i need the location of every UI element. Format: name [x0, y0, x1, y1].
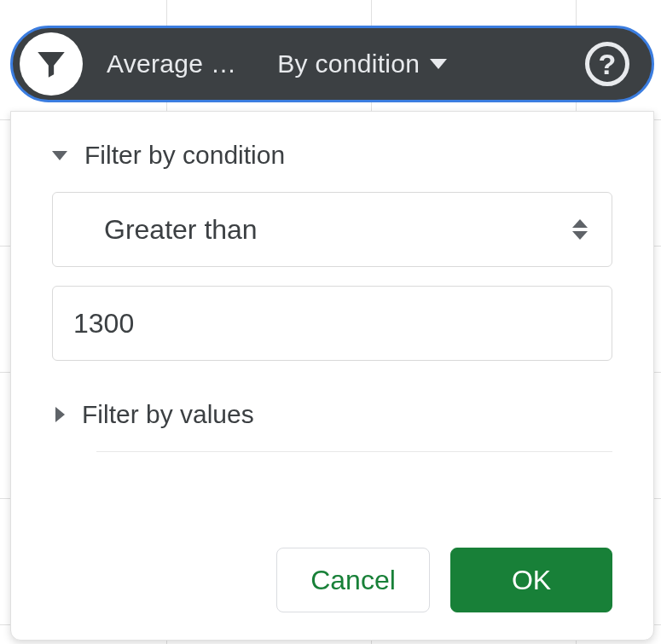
condition-operator-value: Greater than: [104, 214, 258, 246]
condition-value-input[interactable]: 1300: [52, 286, 612, 361]
filter-panel: Filter by condition Greater than 1300 Fi…: [10, 111, 654, 641]
condition-value-text: 1300: [73, 308, 134, 339]
slicer-chip[interactable]: Average … By condition ?: [10, 26, 654, 102]
filter-by-condition-label: Filter by condition: [84, 141, 285, 170]
condition-operator-select[interactable]: Greater than: [52, 192, 612, 267]
help-icon[interactable]: ?: [585, 42, 629, 86]
filter-by-condition-header[interactable]: Filter by condition: [52, 141, 612, 170]
ok-button-label: OK: [512, 565, 551, 596]
slicer-mode-dropdown[interactable]: By condition: [277, 49, 447, 78]
collapse-triangle-down-icon: [52, 151, 67, 160]
dialog-button-row: Cancel OK: [52, 548, 612, 614]
caret-down-icon: [430, 59, 447, 69]
filter-icon: [20, 32, 83, 96]
expand-triangle-right-icon: [55, 407, 65, 422]
cancel-button[interactable]: Cancel: [276, 548, 430, 612]
cancel-button-label: Cancel: [310, 565, 396, 596]
values-section-divider: [96, 451, 612, 452]
filter-by-values-label: Filter by values: [82, 400, 254, 429]
ok-button[interactable]: OK: [450, 548, 612, 612]
slicer-mode-label: By condition: [277, 49, 420, 78]
slicer-column-name: Average …: [107, 49, 236, 78]
select-stepper-icon: [572, 217, 591, 242]
filter-by-values-header[interactable]: Filter by values: [52, 400, 612, 451]
